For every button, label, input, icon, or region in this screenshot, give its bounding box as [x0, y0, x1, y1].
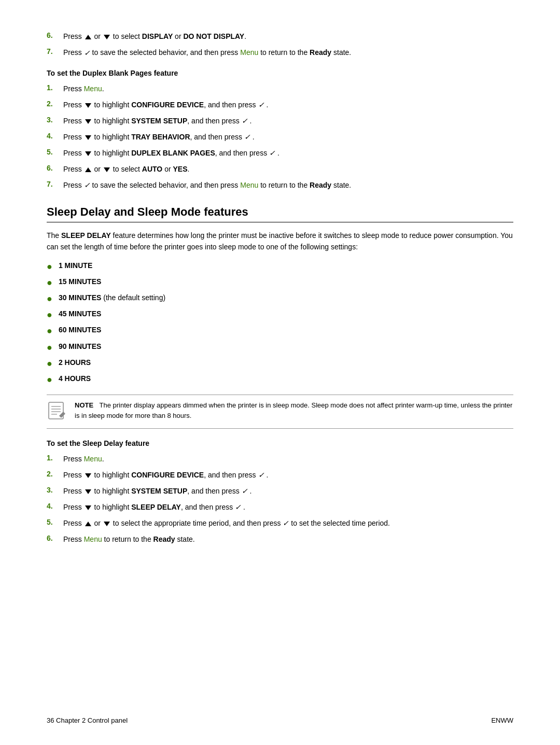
up-arrow-icon [85, 167, 91, 172]
duplex-blank-pages: DUPLEX BLANK PAGES [131, 149, 215, 157]
list-item: ● 90 MINUTES [47, 341, 513, 354]
system-setup: SYSTEM SETUP [131, 117, 187, 125]
step-text: Press ✓ to save the selected behavior, a… [63, 180, 513, 191]
duplex-step-4: 4. Press to highlight TRAY BEHAVIOR, and… [47, 132, 513, 143]
sleep-step-6: 6. Press Menu to return to the Ready sta… [47, 534, 513, 545]
down-arrow-icon [85, 119, 91, 124]
ready-state: Ready [310, 48, 331, 57]
down-arrow-icon [85, 505, 91, 510]
checkmark-icon: ✓ [283, 519, 289, 527]
step-text: Press or to select DISPLAY or DO NOT DIS… [63, 31, 513, 42]
sleep-step-3: 3. Press to highlight SYSTEM SETUP, and … [47, 486, 513, 497]
step-number: 4. [47, 502, 63, 510]
sleep-step-4: 4. Press to highlight SLEEP DELAY, and t… [47, 502, 513, 513]
note-label: NOTE [75, 401, 93, 409]
checkmark-icon: ✓ [242, 117, 248, 125]
menu-link: Menu [84, 85, 102, 93]
bullet-dot: ● [47, 341, 52, 354]
note-box: NOTE The printer display appears dimmed … [47, 395, 513, 429]
step-number: 2. [47, 100, 63, 108]
display-option: DISPLAY [142, 32, 173, 40]
checkmark-icon: ✓ [258, 101, 264, 109]
bullet-text: 60 MINUTES [59, 325, 101, 335]
step-number: 7. [47, 180, 63, 188]
step-number: 3. [47, 486, 63, 494]
down-arrow-icon [85, 151, 91, 156]
system-setup: SYSTEM SETUP [131, 487, 187, 495]
duplex-steps: 1. Press Menu. 2. Press to highlight CON… [47, 83, 513, 191]
bullet-dot: ● [47, 308, 52, 321]
step-number: 2. [47, 470, 63, 478]
down-arrow-icon [85, 473, 91, 478]
menu-link: Menu [84, 535, 102, 543]
down-arrow-icon [85, 489, 91, 494]
step-number: 5. [47, 148, 63, 156]
step-text: Press to highlight DUPLEX BLANK PAGES, a… [63, 148, 513, 159]
auto-option: AUTO [142, 165, 162, 173]
step-number: 6. [47, 31, 63, 39]
checkmark-icon: ✓ [84, 181, 90, 189]
bullet-text: 4 HOURS [59, 373, 91, 384]
step-7-save: 7. Press ✓ to save the selected behavior… [47, 47, 513, 59]
duplex-step-7: 7. Press ✓ to save the selected behavior… [47, 180, 513, 191]
step-number: 3. [47, 116, 63, 124]
duplex-step-1: 1. Press Menu. [47, 83, 513, 94]
step-text: Press to highlight CONFIGURE DEVICE, and… [63, 100, 513, 110]
ready-state: Ready [153, 535, 175, 543]
page-footer: 36 Chapter 2 Control panel ENWW [47, 716, 513, 724]
sleep-settings-list: ● 1 MINUTE ● 15 MINUTES ● 30 MINUTES (th… [47, 260, 513, 387]
note-icon [47, 401, 67, 423]
step-text: Press to highlight SYSTEM SETUP, and the… [63, 116, 513, 126]
sleep-delay-bold: SLEEP DELAY [61, 231, 111, 240]
yes-option: YES [173, 165, 188, 173]
bullet-text: 1 MINUTE [59, 260, 92, 271]
sleep-step-2: 2. Press to highlight CONFIGURE DEVICE, … [47, 470, 513, 481]
step-text: Press to highlight TRAY BEHAVIOR, and th… [63, 132, 513, 143]
note-text: The printer display appears dimmed when … [75, 401, 512, 419]
ready-state: Ready [310, 181, 331, 189]
step-text: Press or to select AUTO or YES. [63, 164, 513, 175]
bullet-text: 15 MINUTES [59, 276, 101, 287]
down-arrow-icon [104, 35, 110, 39]
sleep-delay-steps: 1. Press Menu. 2. Press to highlight CON… [47, 454, 513, 545]
list-item: ● 1 MINUTE [47, 260, 513, 273]
down-arrow-icon [85, 103, 91, 108]
note-content: NOTE The printer display appears dimmed … [75, 400, 513, 420]
list-item: ● 45 MINUTES [47, 308, 513, 321]
step-number: 1. [47, 83, 63, 92]
bullet-text: 2 HOURS [59, 357, 91, 368]
checkmark-icon: ✓ [258, 471, 264, 479]
list-item: ● 30 MINUTES (the default setting) [47, 292, 513, 305]
step-number: 6. [47, 534, 63, 542]
step-text: Press to highlight SLEEP DELAY, and then… [63, 502, 513, 513]
bullet-dot: ● [47, 276, 52, 289]
menu-link: Menu [84, 455, 102, 463]
duplex-step-6: 6. Press or to select AUTO or YES. [47, 164, 513, 175]
bullet-dot: ● [47, 373, 52, 386]
note-svg-icon [48, 401, 66, 420]
step-number: 1. [47, 454, 63, 462]
bullet-dot: ● [47, 260, 52, 273]
step-number: 5. [47, 518, 63, 526]
step-text: Press to highlight CONFIGURE DEVICE, and… [63, 470, 513, 481]
sleep-step-1: 1. Press Menu. [47, 454, 513, 465]
configure-device: CONFIGURE DEVICE [131, 471, 204, 479]
list-item: ● 60 MINUTES [47, 325, 513, 338]
footer-right: ENWW [491, 716, 513, 724]
duplex-step-2: 2. Press to highlight CONFIGURE DEVICE, … [47, 100, 513, 110]
configure-device: CONFIGURE DEVICE [131, 101, 204, 109]
duplex-section-heading: To set the Duplex Blank Pages feature [47, 69, 513, 77]
step-number: 7. [47, 47, 63, 55]
up-arrow-icon [85, 35, 91, 39]
menu-link: Menu [240, 181, 258, 189]
sleep-delay-section-heading: To set the Sleep Delay feature [47, 439, 513, 447]
down-arrow-icon [104, 522, 110, 526]
bullet-text: 90 MINUTES [59, 341, 101, 352]
step-text: Press Menu to return to the Ready state. [63, 534, 513, 545]
list-item: ● 15 MINUTES [47, 276, 513, 289]
checkmark-icon: ✓ [235, 503, 241, 511]
checkmark-icon: ✓ [84, 49, 90, 57]
bullet-text: 45 MINUTES [59, 308, 101, 319]
sleep-intro: The SLEEP DELAY feature determines how l… [47, 230, 513, 253]
duplex-step-3: 3. Press to highlight SYSTEM SETUP, and … [47, 116, 513, 126]
